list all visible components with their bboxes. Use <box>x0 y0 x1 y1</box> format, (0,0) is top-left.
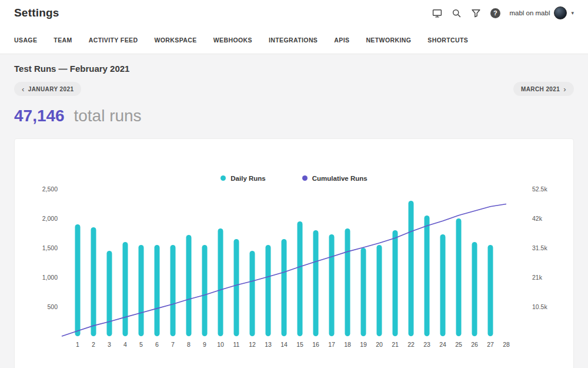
help-icon[interactable]: ? <box>490 8 500 18</box>
avatar <box>554 6 567 19</box>
svg-text:17: 17 <box>328 341 335 348</box>
header-actions: ? mabl on mabl ▾ <box>432 6 574 19</box>
tab-webhooks[interactable]: WEBHOOKS <box>213 37 252 44</box>
svg-text:1,500: 1,500 <box>42 244 58 251</box>
chart-legend: Daily Runs Cumulative Runs <box>15 173 573 183</box>
prev-month-label: JANUARY 2021 <box>28 86 74 92</box>
total-runs-value: 47,146 <box>14 107 65 125</box>
svg-text:31.5k: 31.5k <box>532 244 547 251</box>
legend-item-daily-runs[interactable]: Daily Runs <box>220 175 265 182</box>
filter-icon[interactable] <box>470 8 481 18</box>
tab-team[interactable]: TEAM <box>54 37 72 44</box>
svg-text:2: 2 <box>92 341 95 348</box>
app-header: Settings ? <box>0 0 588 26</box>
svg-text:12: 12 <box>249 341 256 348</box>
svg-text:42k: 42k <box>532 215 543 222</box>
svg-text:7: 7 <box>171 341 175 348</box>
test-runs-chart: 2,5002,0001,5001,00050052.5k42k31.5k21k1… <box>15 183 574 360</box>
svg-text:10.5k: 10.5k <box>532 303 547 310</box>
month-navigation: ‹ JANUARY 2021 MARCH 2021 › <box>14 82 574 96</box>
svg-text:23: 23 <box>423 341 430 348</box>
svg-text:4: 4 <box>123 341 127 348</box>
svg-text:28: 28 <box>503 341 510 348</box>
svg-text:10: 10 <box>217 341 224 348</box>
svg-text:8: 8 <box>187 341 191 348</box>
svg-text:14: 14 <box>280 341 288 348</box>
search-icon[interactable] <box>451 8 462 18</box>
svg-text:19: 19 <box>360 341 367 348</box>
svg-text:26: 26 <box>471 341 478 348</box>
svg-text:20: 20 <box>376 341 383 348</box>
tab-activity-feed[interactable]: ACTIVITY FEED <box>89 37 138 44</box>
svg-text:21k: 21k <box>532 274 543 281</box>
svg-text:1,000: 1,000 <box>42 274 58 281</box>
prev-month-button[interactable]: ‹ JANUARY 2021 <box>14 82 81 96</box>
svg-text:52.5k: 52.5k <box>532 185 547 193</box>
svg-text:11: 11 <box>233 341 240 348</box>
chevron-left-icon: ‹ <box>22 85 25 93</box>
svg-text:15: 15 <box>296 341 303 348</box>
chart-card: Daily Runs Cumulative Runs 2,5002,0001,5… <box>14 138 574 368</box>
svg-text:9: 9 <box>203 341 206 348</box>
display-icon[interactable] <box>432 8 442 18</box>
svg-text:2,500: 2,500 <box>42 185 58 193</box>
svg-text:6: 6 <box>155 341 159 348</box>
svg-text:500: 500 <box>47 303 58 310</box>
svg-text:27: 27 <box>487 341 494 348</box>
svg-text:2,000: 2,000 <box>42 215 58 222</box>
svg-text:22: 22 <box>407 341 415 348</box>
tab-integrations[interactable]: INTEGRATIONS <box>269 37 318 44</box>
total-runs-label: total runs <box>74 107 141 125</box>
account-name: mabl on mabl <box>509 9 550 16</box>
total-runs: 47,146 total runs <box>14 107 574 125</box>
cumulative-runs-label: Cumulative Runs <box>312 175 368 182</box>
svg-text:5: 5 <box>139 341 143 348</box>
svg-text:24: 24 <box>439 341 446 348</box>
svg-text:16: 16 <box>312 341 319 348</box>
daily-runs-label: Daily Runs <box>230 175 265 182</box>
cumulative-runs-dot-icon <box>302 175 308 181</box>
tab-usage[interactable]: USAGE <box>14 37 37 44</box>
tab-networking[interactable]: NETWORKING <box>366 37 411 44</box>
tab-workspace[interactable]: WORKSPACE <box>154 37 196 44</box>
chevron-down-icon: ▾ <box>571 10 574 16</box>
account-menu[interactable]: mabl on mabl ▾ <box>509 6 574 19</box>
help-glyph: ? <box>490 8 500 18</box>
svg-text:25: 25 <box>455 341 462 348</box>
chevron-right-icon: › <box>563 85 566 93</box>
daily-runs-dot-icon <box>220 175 226 181</box>
svg-text:1: 1 <box>76 341 79 348</box>
tab-apis[interactable]: APIS <box>334 37 349 44</box>
main-content: Test Runs — February 2021 ‹ JANUARY 2021… <box>0 54 588 368</box>
legend-item-cumulative-runs[interactable]: Cumulative Runs <box>302 175 368 182</box>
section-heading: Test Runs — February 2021 <box>14 64 574 74</box>
next-month-label: MARCH 2021 <box>521 86 560 92</box>
tab-bar: USAGETEAMACTIVITY FEEDWORKSPACEWEBHOOKSI… <box>0 26 588 54</box>
svg-text:18: 18 <box>344 341 351 348</box>
settings-page: Settings ? <box>0 0 588 368</box>
svg-text:13: 13 <box>265 341 272 348</box>
svg-text:3: 3 <box>108 341 111 348</box>
next-month-button[interactable]: MARCH 2021 › <box>513 82 574 96</box>
svg-text:21: 21 <box>392 341 399 348</box>
page-title: Settings <box>14 6 59 19</box>
tab-shortcuts[interactable]: SHORTCUTS <box>427 37 468 44</box>
